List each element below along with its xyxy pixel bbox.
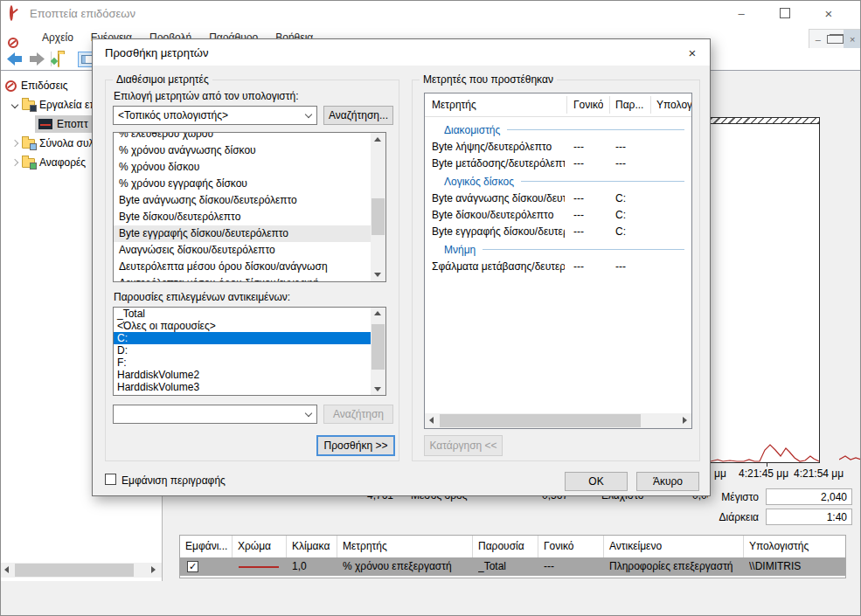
instances-vertical-scrollbar[interactable] — [371, 308, 385, 395]
counter-item[interactable]: % ελεύθερου χώρου — [114, 132, 371, 142]
counter-item[interactable]: Δευτερόλεπτα μέσου όρου δίσκου/ανάγνωση — [114, 259, 371, 275]
instance-item[interactable]: _Total — [114, 308, 371, 320]
counter-item[interactable]: % χρόνου ανάγνωσης δίσκου — [114, 142, 371, 159]
added-table-horizontal-scrollbar[interactable] — [425, 413, 691, 428]
col-instance[interactable]: Παρ... — [615, 99, 643, 111]
counters-vertical-scrollbar[interactable] — [371, 133, 385, 281]
chevron-down-icon[interactable] — [301, 412, 316, 416]
select-computer-label: Επιλογή μετρητών από τον υπολογιστή: — [114, 90, 298, 102]
dialog-close-icon[interactable]: × — [682, 43, 703, 62]
browse-button[interactable]: Αναζήτηση... — [323, 106, 393, 125]
counter-item[interactable]: % χρόνου δίσκου — [114, 159, 371, 176]
add-counters-dialog: Προσθήκη μετρητών × Διαθέσιμοι μετρητές … — [92, 38, 711, 496]
instance-item[interactable]: HarddiskVolume2 — [114, 369, 371, 381]
instance-item[interactable]: M: — [114, 393, 371, 396]
add-button[interactable]: Προσθήκη >> — [316, 435, 395, 456]
instances-listbox[interactable]: _Total <Όλες οι παρουσίες> C: D: F: Hard… — [113, 307, 386, 396]
counter-item[interactable]: Byte δίσκου/δευτερόλεπτο — [114, 209, 371, 225]
counter-item-selected[interactable]: Byte εγγραφής δίσκου/δευτερόλεπτο — [114, 225, 371, 242]
added-table-header: Μετρητής Γονικό Παρ... Υπολογιστής — [425, 93, 691, 117]
counter-item[interactable]: % χρόνου εγγραφής δίσκου — [114, 176, 371, 192]
counter-item[interactable]: Byte ανάγνωσης δίσκου/δευτερόλεπτο — [114, 192, 371, 209]
added-row[interactable]: Byte λήψης/δευτερόλεπτο --- --- — [425, 139, 691, 156]
added-row[interactable]: Byte ανάγνωσης δίσκου/δευτε... --- C: — [425, 190, 691, 207]
instances-label: Παρουσίες επιλεγμένων αντικειμένων: — [114, 291, 290, 303]
show-description-label: Εμφάνιση περιγραφής — [122, 474, 226, 487]
search-button[interactable]: Αναζήτηση — [323, 405, 393, 424]
added-counters-table[interactable]: Μετρητής Γονικό Παρ... Υπολογιστής Διακο… — [424, 93, 692, 429]
instance-item[interactable]: F: — [114, 356, 371, 369]
available-counters-group-label: Διαθέσιμοι μετρητές — [113, 73, 212, 86]
instance-item[interactable]: HarddiskVolume3 — [114, 381, 371, 393]
counter-item[interactable]: Δευτερόλεπτα μέσου όρου δίσκου/εγγραφή — [114, 275, 371, 282]
instance-item-selected[interactable]: C: — [114, 332, 371, 344]
col-parent[interactable]: Γονικό — [573, 99, 603, 111]
col-counter[interactable]: Μετρητής — [432, 99, 476, 111]
dialog-title-bar: Προσθήκη μετρητών × — [93, 39, 710, 66]
added-counters-group-label: Μετρητές που προστέθηκαν — [420, 73, 557, 86]
added-row[interactable]: Σφάλματα μετάβασης/δευτερό... --- --- — [425, 259, 691, 275]
show-description-checkbox[interactable] — [105, 474, 116, 485]
added-row[interactable]: Byte δίσκου/δευτερόλεπτο --- C: — [425, 207, 691, 224]
group-header-logical-disk: Λογικός δίσκος — [425, 172, 691, 190]
remove-button[interactable]: Κατάργηση << — [424, 435, 503, 456]
instance-filter-combobox[interactable] — [113, 405, 317, 424]
counters-listbox[interactable]: % ελεύθερου χώρου % χρόνου ανάγνωσης δίσ… — [113, 132, 386, 282]
added-row[interactable]: Byte εγγραφής δίσκου/δευτερ... --- C: — [425, 224, 691, 240]
group-header-server: Διακομιστής — [425, 121, 691, 139]
group-header-memory: Μνήμη — [425, 240, 691, 259]
instance-item[interactable]: <Όλες οι παρουσίες> — [114, 320, 371, 332]
added-row[interactable]: Byte μετάδοσης/δευτερόλεπτο --- --- — [425, 156, 691, 172]
counter-item[interactable]: Αναγνώσεις δίσκου/δευτερόλεπτο — [114, 242, 371, 259]
dialog-title: Προσθήκη μετρητών — [105, 46, 209, 59]
computer-combobox[interactable]: <Τοπικός υπολογιστής> — [113, 106, 317, 125]
chevron-down-icon[interactable] — [301, 114, 316, 117]
instance-item[interactable]: D: — [114, 344, 371, 356]
col-computer[interactable]: Υπολογιστής — [656, 99, 691, 111]
computer-combobox-value: <Τοπικός υπολογιστής> — [114, 109, 301, 121]
cancel-button[interactable]: Άκυρο — [636, 472, 699, 491]
ok-button[interactable]: OK — [565, 472, 628, 491]
